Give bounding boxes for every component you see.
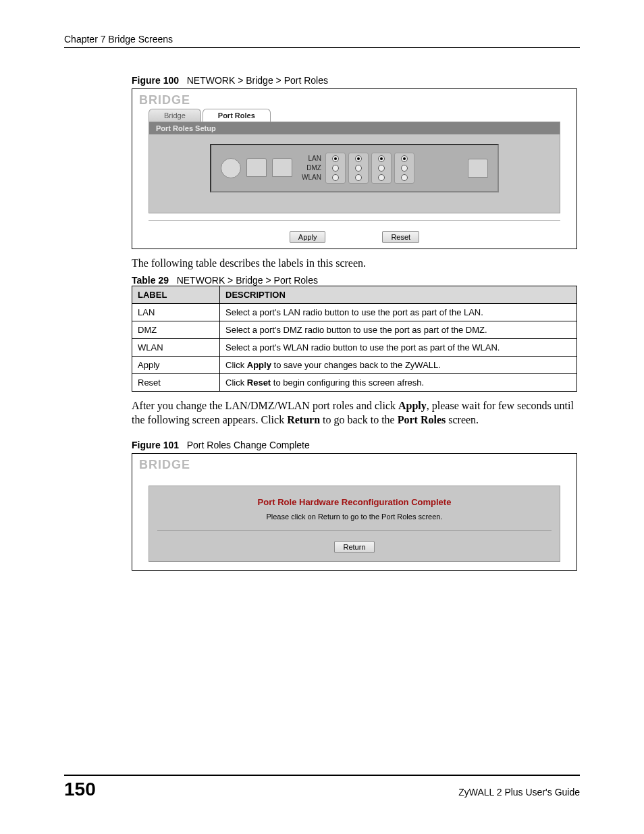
table-row: Reset Click Reset to begin configuring t… [132, 373, 577, 391]
port-icon [272, 158, 292, 177]
cell-label: Reset [132, 373, 220, 391]
port-roles-panel: Port Roles Setup LAN DMZ WLAN [149, 122, 560, 213]
cell-desc: Select a port's DMZ radio button to use … [220, 321, 577, 338]
cell-desc: Select a port's LAN radio button to use … [220, 303, 577, 321]
return-button[interactable]: Return [334, 541, 374, 553]
tab-bridge[interactable]: Bridge [149, 109, 201, 122]
figure-101-text: Port Roles Change Complete [187, 440, 310, 450]
bridge-title: BRIDGE [132, 89, 576, 109]
completion-subtext: Please click on Return to go to the Port… [149, 513, 560, 521]
tab-bar: Bridge Port Roles [132, 109, 576, 122]
radio-dmz[interactable] [355, 165, 362, 172]
cell-label: WLAN [132, 338, 220, 356]
radio-lan[interactable] [378, 155, 385, 162]
figure-100-label: Figure 100 [132, 75, 179, 86]
table-row: WLAN Select a port's WLAN radio button t… [132, 338, 577, 356]
port-role-column [348, 153, 369, 184]
figure-100-caption: Figure 100 NETWORK > Bridge > Port Roles [132, 75, 580, 86]
role-label-lan: LAN [302, 154, 321, 163]
apply-button[interactable]: Apply [290, 231, 326, 243]
table-29-caption: Table 29 NETWORK > Bridge > Port Roles [132, 275, 580, 286]
port-icon [246, 158, 267, 177]
figure-100-text: NETWORK > Bridge > Port Roles [187, 75, 328, 86]
intro-text: The following table describes the labels… [132, 256, 577, 271]
post-table-text: After you change the LAN/DMZ/WLAN port r… [132, 398, 577, 427]
radio-dmz[interactable] [378, 165, 385, 172]
table-29-label: Table 29 [132, 275, 169, 286]
radio-wlan[interactable] [401, 174, 408, 181]
bridge-title: BRIDGE [132, 454, 576, 473]
col-header-label: LABEL [132, 286, 220, 303]
port-role-column [371, 153, 392, 184]
figure-100-screenshot: BRIDGE Bridge Port Roles Port Roles Setu… [132, 88, 577, 249]
radio-wlan[interactable] [378, 174, 385, 181]
radio-dmz[interactable] [401, 165, 408, 172]
table-29: LABEL DESCRIPTION LAN Select a port's LA… [132, 286, 577, 392]
radio-lan[interactable] [332, 155, 339, 162]
table-row: Apply Click Apply to save your changes b… [132, 356, 577, 373]
cell-label: LAN [132, 303, 220, 321]
button-row: Apply Reset [149, 220, 560, 249]
radio-lan[interactable] [355, 155, 362, 162]
reset-button[interactable]: Reset [382, 231, 419, 243]
port-icon [468, 159, 488, 178]
port-diagram: LAN DMZ WLAN [210, 144, 499, 192]
guide-name: ZyWALL 2 Plus User's Guide [458, 787, 580, 798]
cell-desc: Select a port's WLAN radio button to use… [220, 338, 577, 356]
figure-101-label: Figure 101 [132, 440, 179, 450]
completion-panel: Port Role Hardware Reconfiguration Compl… [149, 486, 560, 562]
divider [157, 530, 552, 531]
port-role-column [325, 153, 346, 184]
page-footer: 150 ZyWALL 2 Plus User's Guide [64, 775, 580, 800]
role-label-wlan: WLAN [302, 173, 321, 182]
cell-label: Apply [132, 356, 220, 373]
table-row: LAN Select a port's LAN radio button to … [132, 303, 577, 321]
page-number: 150 [64, 779, 96, 800]
radio-dmz[interactable] [332, 165, 339, 172]
radio-wlan[interactable] [355, 174, 362, 181]
role-label-dmz: DMZ [302, 163, 321, 173]
figure-101-caption: Figure 101 Port Roles Change Complete [132, 440, 580, 450]
cell-desc: Click Apply to save your changes back to… [220, 356, 577, 373]
radio-lan[interactable] [401, 155, 408, 162]
port-role-column [394, 153, 414, 184]
chapter-header: Chapter 7 Bridge Screens [64, 34, 580, 48]
port-icon [221, 158, 241, 178]
tab-port-roles[interactable]: Port Roles [203, 109, 271, 122]
panel-header: Port Roles Setup [149, 122, 560, 134]
figure-101-screenshot: BRIDGE Port Role Hardware Reconfiguratio… [132, 453, 577, 571]
table-29-text: NETWORK > Bridge > Port Roles [177, 275, 318, 286]
table-row: DMZ Select a port's DMZ radio button to … [132, 321, 577, 338]
cell-desc: Click Reset to begin configuring this sc… [220, 373, 577, 391]
completion-heading: Port Role Hardware Reconfiguration Compl… [149, 497, 560, 507]
radio-wlan[interactable] [332, 174, 339, 181]
cell-label: DMZ [132, 321, 220, 338]
col-header-description: DESCRIPTION [220, 286, 577, 303]
